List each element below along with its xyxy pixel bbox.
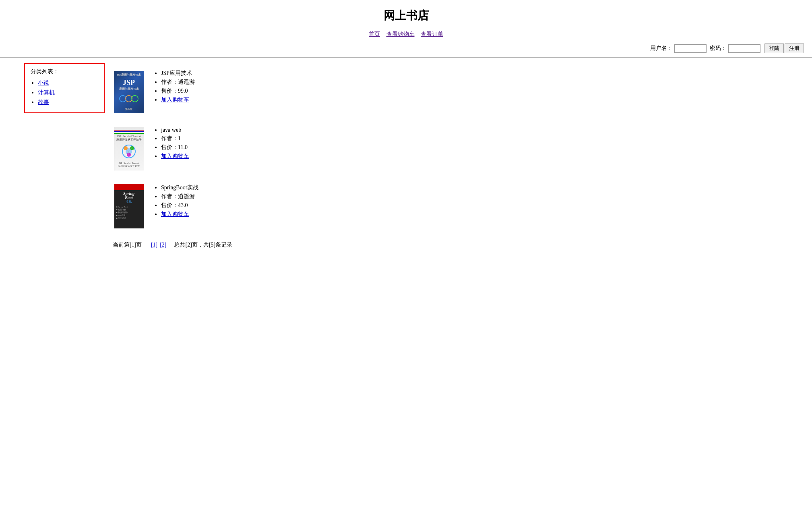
book-info-jsp: JSP应用技术 作者：逍遥游 售价：99.0 加入购物车 (153, 70, 195, 105)
book-title: java web (161, 127, 189, 133)
current-page: 当前第[1]页 (113, 241, 142, 249)
page-title: 网上书店 (0, 8, 812, 23)
page-spacer (144, 242, 149, 248)
add-to-cart-link-2[interactable]: 加入购物车 (161, 153, 189, 159)
list-item: 小说 (38, 79, 98, 87)
page-spacer (169, 242, 171, 248)
add-to-cart-link-1[interactable]: 加入购物车 (161, 97, 189, 103)
sidebar-item-novel[interactable]: 小说 (38, 80, 49, 86)
sidebar-item-computer[interactable]: 计算机 (38, 89, 55, 95)
password-input[interactable] (728, 44, 760, 53)
total-pages: 总共[2]页，共[5]条记录 (174, 241, 232, 249)
book-title: SpringBoot实战 (161, 184, 198, 191)
register-button[interactable]: 注册 (785, 44, 804, 53)
page-link-1[interactable]: [1] (151, 242, 157, 248)
book-author: 作者：1 (161, 135, 189, 142)
book-author: 作者：逍遥游 (161, 193, 198, 200)
login-bar: 用户名： 密码： 登陆 注册 (0, 41, 812, 56)
book-price: 售价：99.0 (161, 87, 195, 95)
book-cover-jsp: JSP应用与开发技术 JSP 应用与开发技术 第四版 (113, 70, 145, 114)
add-to-cart-link-3[interactable]: 加入购物车 (161, 211, 189, 217)
nav-cart[interactable]: 查看购物车 (386, 31, 415, 37)
main-layout: 分类列表： 小说 计算机 故事 JSP应用与开发技术 JSP 应用与开发技术 (0, 59, 812, 259)
book-cover-springboot: SpringBoot 实战 ■ Spring Boot ■ 配置详解 ■ 数据库… (113, 184, 145, 228)
page-header: 网上书店 (0, 0, 812, 27)
pagination: 当前第[1]页 [1] [2] 总共[2]页，共[5]条记录 (113, 235, 788, 255)
book-item: SpringBoot 实战 ■ Spring Boot ■ 配置详解 ■ 数据库… (113, 178, 788, 235)
username-label: 用户名： (650, 45, 673, 52)
sidebar-title: 分类列表： (31, 68, 98, 75)
username-input[interactable] (674, 44, 707, 53)
add-to-cart-item: 加入购物车 (161, 96, 195, 104)
book-price: 售价：11.0 (161, 144, 189, 151)
nav-home[interactable]: 首页 (369, 31, 380, 37)
svg-point-0 (120, 95, 126, 102)
list-item: 故事 (38, 99, 98, 106)
book-title: JSP应用技术 (161, 70, 195, 77)
book-info-springboot: SpringBoot实战 作者：逍遥游 售价：43.0 加入购物车 (153, 184, 198, 220)
divider (0, 57, 812, 58)
nav-orders[interactable]: 查看订单 (421, 31, 443, 37)
password-label: 密码： (710, 45, 727, 52)
book-item: JSP应用与开发技术 JSP 应用与开发技术 第四版 JSP应用技术 作者：逍遥… (113, 63, 788, 120)
book-author: 作者：逍遥游 (161, 79, 195, 86)
nav-bar: 首页 查看购物车 查看订单 (0, 27, 812, 41)
svg-point-1 (126, 95, 132, 102)
add-to-cart-item: 加入购物车 (161, 211, 198, 218)
category-list: 小说 计算机 故事 (31, 79, 98, 106)
sidebar: 分类列表： 小说 计算机 故事 (24, 63, 105, 113)
login-button[interactable]: 登陆 (764, 44, 784, 53)
svg-point-2 (132, 95, 138, 102)
list-item: 计算机 (38, 89, 98, 96)
sidebar-item-story[interactable]: 故事 (38, 99, 49, 105)
book-info-javaweb: java web 作者：1 售价：11.0 加入购物车 (153, 127, 189, 162)
book-price: 售价：43.0 (161, 202, 198, 209)
book-item: JSP+Servlet+Tomcat应用开发从零开始学 JSP+Servlet+… (113, 120, 788, 178)
page-link-2[interactable]: [2] (160, 242, 166, 248)
book-cover-javaweb: JSP+Servlet+Tomcat应用开发从零开始学 JSP+Servlet+… (113, 127, 145, 171)
add-to-cart-item: 加入购物车 (161, 153, 189, 160)
book-list: JSP应用与开发技术 JSP 应用与开发技术 第四版 JSP应用技术 作者：逍遥… (113, 63, 788, 255)
